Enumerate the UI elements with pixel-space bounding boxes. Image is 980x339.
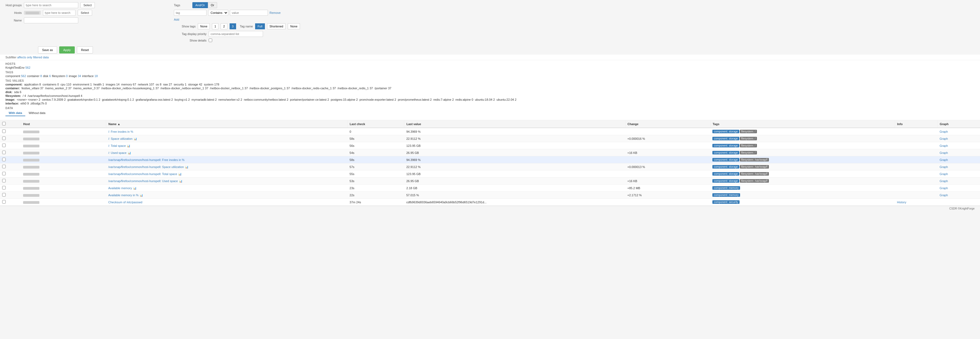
- tag-name-full-button[interactable]: Full: [255, 23, 265, 29]
- row-name[interactable]: /: Space utilization📊: [106, 135, 347, 142]
- hosts-select-button[interactable]: Select: [78, 10, 92, 16]
- name-input[interactable]: [24, 17, 78, 23]
- row-name-link[interactable]: Available memory in %: [108, 193, 138, 197]
- graph-link[interactable]: Graph: [940, 193, 948, 197]
- add-link[interactable]: Add: [174, 17, 310, 22]
- th-change[interactable]: Change: [625, 120, 710, 128]
- remove-link[interactable]: Remove: [269, 11, 281, 14]
- row-name-link[interactable]: Available memory: [108, 187, 132, 190]
- tag-badge[interactable]: filesystem: /var/snap/f: [740, 158, 769, 162]
- row-name-link[interactable]: /: Total space: [108, 144, 126, 147]
- apply-button[interactable]: Apply: [59, 46, 75, 54]
- tag-component[interactable]: component 562: [5, 74, 26, 78]
- row-name[interactable]: /var/snap/firefox/common/host-hunspell: …: [106, 177, 347, 185]
- tag-num-3-button[interactable]: 3: [229, 23, 236, 29]
- tag-badge[interactable]: component: storage: [713, 137, 739, 140]
- tag-name-shortened-button[interactable]: Shortened: [267, 23, 286, 29]
- info-link[interactable]: History: [897, 201, 906, 204]
- tab-with-data[interactable]: With data: [5, 110, 25, 116]
- graph-link[interactable]: Graph: [940, 179, 948, 183]
- tag-badge[interactable]: component: storage: [713, 158, 739, 162]
- tag-priority-input[interactable]: [208, 31, 263, 37]
- tag-container[interactable]: container 8: [27, 74, 42, 78]
- host-item[interactable]: KnightTestEnv 562: [5, 66, 30, 69]
- row-name-link[interactable]: /var/snap/firefox/common/host-hunspell: …: [108, 165, 184, 169]
- row-name-link[interactable]: Checksum of /etc/passwd: [108, 201, 142, 204]
- tag-badge[interactable]: component: storage: [713, 130, 739, 133]
- tag-filesystem[interactable]: filesystem 0: [52, 74, 68, 78]
- row-name-link[interactable]: /: Space utilization: [108, 137, 132, 140]
- row-name[interactable]: /: Used space📊: [106, 149, 347, 156]
- th-graph[interactable]: Graph: [937, 120, 980, 128]
- tag-badge[interactable]: filesystem: /var/snap/f: [740, 172, 769, 176]
- select-all-checkbox[interactable]: [2, 122, 6, 125]
- tag-badge[interactable]: filesystem: /var/snap/f: [740, 179, 769, 183]
- tag-badge[interactable]: filesystem: /: [740, 137, 757, 140]
- tag-value-input[interactable]: [230, 10, 268, 16]
- graph-link[interactable]: Graph: [940, 158, 948, 162]
- th-host[interactable]: Host: [21, 120, 106, 128]
- host-groups-input[interactable]: [24, 2, 78, 8]
- tag-badge[interactable]: component: storage: [713, 151, 739, 154]
- graph-link[interactable]: Graph: [940, 151, 948, 154]
- row-checkbox[interactable]: [2, 165, 6, 168]
- graph-link[interactable]: Graph: [940, 172, 948, 176]
- row-checkbox[interactable]: [2, 179, 6, 182]
- tag-badge[interactable]: filesystem: /: [740, 151, 757, 154]
- graph-link[interactable]: Graph: [940, 137, 948, 140]
- tab-without-data[interactable]: Without data: [25, 110, 49, 116]
- tag-badge[interactable]: component: memory: [713, 186, 740, 190]
- row-name[interactable]: /var/snap/firefox/common/host-hunspell: …: [106, 156, 347, 163]
- th-info[interactable]: Info: [895, 120, 938, 128]
- row-name[interactable]: Checksum of /etc/passwd: [106, 199, 347, 206]
- row-name-link[interactable]: /: Free inodes in %: [108, 130, 133, 133]
- row-name[interactable]: Available memory in %📊: [106, 192, 347, 199]
- hosts-input[interactable]: [43, 10, 76, 16]
- tag-num-2-button[interactable]: 2: [221, 23, 227, 29]
- tag-image[interactable]: image 34: [69, 74, 81, 78]
- and-or-button[interactable]: And/Or: [192, 2, 208, 8]
- row-name[interactable]: Available memory📊: [106, 185, 347, 192]
- or-button[interactable]: Or: [208, 2, 217, 8]
- row-checkbox[interactable]: [2, 144, 6, 147]
- row-name-link[interactable]: /var/snap/firefox/common/host-hunspell: …: [108, 172, 177, 176]
- graph-link[interactable]: Graph: [940, 144, 948, 147]
- row-checkbox[interactable]: [2, 172, 6, 175]
- tag-name-none-button[interactable]: None: [288, 23, 300, 29]
- tag-badge[interactable]: component: memory: [713, 193, 740, 197]
- tag-num-none-button[interactable]: None: [198, 23, 210, 29]
- graph-link[interactable]: Graph: [940, 165, 948, 169]
- th-lastcheck[interactable]: Last check: [347, 120, 404, 128]
- tag-contains-select[interactable]: Contains: [208, 10, 228, 16]
- host-groups-select-button[interactable]: Select: [80, 2, 95, 8]
- tag-badge[interactable]: filesystem: /: [740, 144, 757, 147]
- row-checkbox[interactable]: [2, 158, 6, 161]
- tag-badge[interactable]: component: storage: [713, 172, 739, 176]
- th-lastvalue[interactable]: Last value: [404, 120, 625, 128]
- tag-badge[interactable]: component: security: [713, 200, 740, 204]
- reset-button[interactable]: Reset: [77, 46, 93, 54]
- row-checkbox[interactable]: [2, 200, 6, 204]
- tag-num-1-button[interactable]: 1: [212, 23, 218, 29]
- show-details-checkbox[interactable]: [208, 38, 212, 42]
- tag-badge[interactable]: component: storage: [713, 179, 739, 183]
- th-checkbox[interactable]: [0, 120, 21, 128]
- tag-badge[interactable]: component: storage: [713, 165, 739, 169]
- row-name-link[interactable]: /: Used space: [108, 151, 126, 154]
- row-name[interactable]: /var/snap/firefox/common/host-hunspell: …: [106, 163, 347, 170]
- row-checkbox[interactable]: [2, 136, 6, 140]
- row-checkbox[interactable]: [2, 150, 6, 154]
- row-name[interactable]: /: Total space📊: [106, 142, 347, 149]
- row-name-link[interactable]: /var/snap/firefox/common/host-hunspell: …: [108, 158, 185, 162]
- save-as-button[interactable]: Save as: [38, 46, 57, 54]
- row-checkbox[interactable]: [2, 186, 6, 189]
- th-name[interactable]: Name ▲: [106, 120, 347, 128]
- graph-link[interactable]: Graph: [940, 130, 948, 133]
- subfilter-link[interactable]: affects only filtered data: [17, 55, 49, 59]
- tag-interface[interactable]: interface 18: [82, 74, 98, 78]
- row-checkbox[interactable]: [2, 130, 6, 133]
- tag-badge[interactable]: filesystem: /: [740, 130, 757, 133]
- row-name[interactable]: /: Free inodes in %: [106, 128, 347, 135]
- tag-disk[interactable]: disk 6: [43, 74, 51, 78]
- row-name-link[interactable]: /var/snap/firefox/common/host-hunspell: …: [108, 179, 178, 183]
